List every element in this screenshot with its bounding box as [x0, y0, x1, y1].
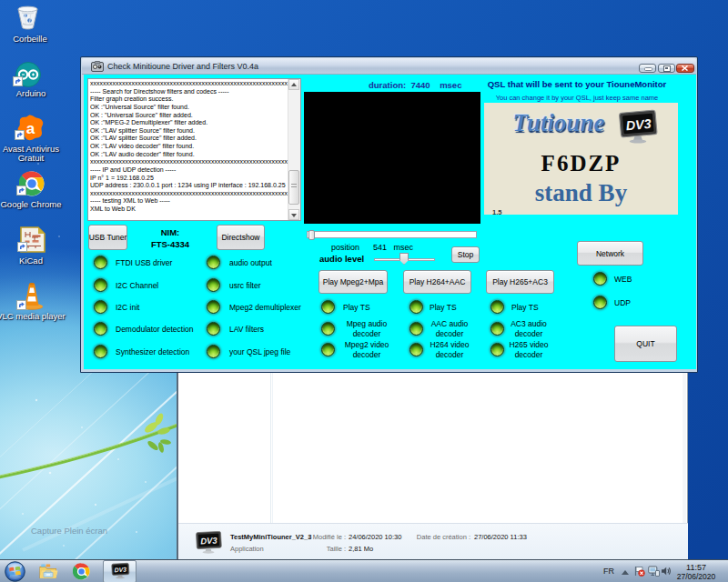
svg-text:DV3: DV3: [114, 567, 126, 574]
svg-text:Capture Plein écran: Capture Plein écran: [31, 526, 107, 536]
svg-text:DV3: DV3: [200, 535, 218, 546]
svg-text:a: a: [26, 120, 35, 137]
svg-text:DV3: DV3: [625, 116, 652, 133]
